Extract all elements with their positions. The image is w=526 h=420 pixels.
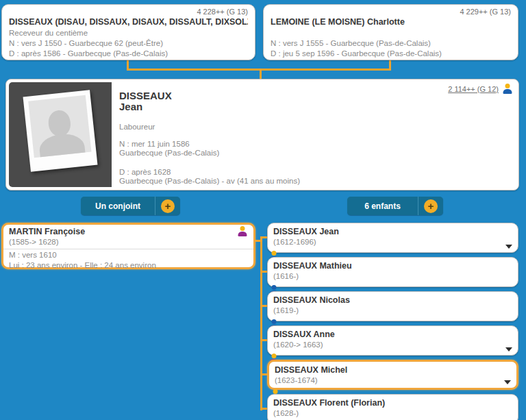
child-card[interactable]: DISSEAUX Mathieu (1616-) [267, 257, 518, 287]
sosa-ref: 4 228++ (G 13) [9, 7, 248, 16]
grandmother-card[interactable]: 4 229++ (G 13) LEMOINE (LE MOISNE) Charl… [263, 4, 518, 60]
chevron-down-icon[interactable] [504, 380, 511, 384]
birth-info: N : mer 11 juin 1586 Guarbecque (Pas-de-… [119, 140, 219, 158]
occupation [271, 28, 511, 38]
connector-child-stub [262, 373, 267, 375]
life-dates: (1616-) [273, 271, 512, 281]
child-card[interactable]: DISSAUX Anne (1620-> 1663) [267, 325, 518, 356]
connector-child-stub [262, 271, 267, 273]
chevron-down-icon[interactable] [505, 245, 512, 249]
person-silhouette-icon [28, 95, 91, 158]
add-spouse-button[interactable]: + [155, 197, 180, 215]
spouse-name: MARTIN Françoise [9, 226, 85, 238]
life-dates: (1612-1696) [273, 237, 512, 247]
add-child-button[interactable]: + [418, 197, 443, 215]
firstname: Jean [119, 101, 172, 112]
child-name: DISSEAUX Jean [273, 226, 512, 237]
life-dates: (1619-) [273, 306, 512, 315]
person-icon [502, 84, 513, 94]
connector-spouse-stub [255, 240, 261, 242]
grandfather-card[interactable]: 4 228++ (G 13) DISSEAUX (DISAU, DISSAUX,… [1, 4, 255, 60]
divider [3, 249, 253, 249]
connector-parents-horizontal [127, 69, 391, 71]
child-name: DISSEAUX Florent (Florian) [273, 397, 512, 408]
children-section-header: 6 enfants + [347, 197, 443, 215]
birth-info: N : vers J 1550 - Guarbecque 62 (peut-Êt… [9, 38, 248, 49]
birth-info: N : vers J 1555 - Guarbecque (Pas-de-Cal… [271, 38, 511, 49]
death-info: D : après 1586 - Guarbecque (Pas-de-Cala… [9, 49, 248, 59]
person-name: DISSEAUX (DISAU, DISSAUX, DISAUX, DISSAU… [9, 16, 248, 28]
person-icon [237, 226, 248, 236]
spouse-section-label: Un conjoint [81, 197, 155, 215]
chevron-down-icon[interactable] [505, 347, 512, 351]
person-name: LEMOINE (LE MOISNE) Charlotte [271, 16, 511, 28]
spouse-section-header: Un conjoint + [81, 197, 180, 215]
connector-children-vertical [260, 236, 262, 410]
plus-icon[interactable]: + [161, 199, 175, 213]
child-name: DISSAUX Anne [273, 329, 512, 340]
life-dates: (1620-> 1663) [273, 340, 512, 349]
sosa-ref: 4 229++ (G 13) [271, 7, 511, 16]
death-info: D : après 1628 Guarbecque (Pas-de-Calais… [119, 168, 300, 186]
connector-parents-down [260, 69, 262, 79]
connector-child-stub [262, 408, 267, 410]
child-card[interactable]: DISSEAUX Jean (1612-1696) [267, 223, 518, 253]
family-tree-view: 4 228++ (G 13) DISSEAUX (DISAU, DISSAUX,… [0, 0, 526, 420]
main-person-card[interactable]: 2 114++ (G 12) DISSEAUX Jean Laboureur N… [5, 79, 519, 190]
children-section-label: 6 enfants [347, 197, 418, 215]
polaroid-frame [23, 90, 98, 172]
plus-icon[interactable]: + [424, 199, 438, 213]
surname: DISSEAUX [119, 90, 172, 101]
connector-child-stub [262, 305, 267, 307]
life-dates: (1585-> 1628) [9, 238, 248, 247]
death-info: D : jeu 5 sep 1596 - Guarbecque (Pas-de-… [271, 49, 511, 59]
life-dates: (1623-1674) [275, 375, 511, 385]
connector-child-stub [262, 339, 267, 341]
child-card[interactable]: DISSEAUX Nicolas (1619-) [267, 291, 518, 321]
sosa-ref-link[interactable]: 2 114++ (G 12) [448, 85, 499, 93]
life-dates: (1628-) [273, 408, 512, 418]
main-person-name: DISSEAUX Jean [119, 90, 172, 112]
child-name: DISSEAUX Mathieu [273, 260, 512, 271]
occupation: Laboureur [119, 123, 155, 131]
spouse-card[interactable]: MARTIN Françoise (1585-> 1628) M : vers … [1, 223, 255, 269]
marriage-info: M : vers 1610 [9, 250, 248, 260]
occupation: Receveur du centième [9, 28, 248, 38]
child-name: DISSEAUX Nicolas [273, 295, 512, 306]
ages-info: Lui : 23 ans environ - Elle : 24 ans env… [9, 260, 248, 271]
connector-child-stub [262, 236, 267, 238]
child-card[interactable]: DISSEAUX Michel (1623-1674) [267, 360, 518, 390]
child-name: DISSEAUX Michel [275, 365, 511, 375]
photo-placeholder[interactable] [9, 82, 112, 187]
child-card[interactable]: DISSEAUX Florent (Florian) (1628-) [267, 394, 518, 420]
